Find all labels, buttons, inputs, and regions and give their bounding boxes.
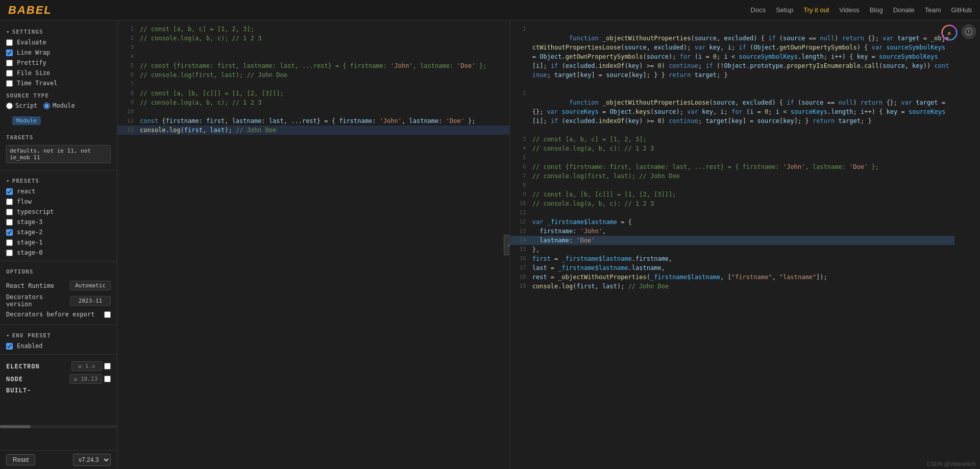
env-enabled-checkbox[interactable] — [6, 343, 13, 350]
nav-docs[interactable]: Docs — [751, 6, 766, 14]
timetravel-checkbox[interactable] — [6, 80, 13, 87]
input-line-7: 7 — [117, 80, 509, 89]
settings-arrow: ▾ — [6, 29, 10, 35]
electron-checkbox[interactable] — [104, 363, 111, 369]
version-select[interactable]: v7.24.3 — [73, 454, 111, 466]
input-panel: 1 // const [a, b, c] = [1, 2, 3]; 2 // c… — [117, 20, 510, 469]
react-runtime-row: React Runtime Automatic — [6, 279, 111, 292]
nav-videos[interactable]: Videos — [839, 6, 860, 14]
filesize-label[interactable]: File Size — [17, 69, 50, 77]
linewrap-item: Line Wrap — [0, 47, 117, 58]
reset-button[interactable]: Reset — [6, 454, 35, 465]
filesize-checkbox[interactable] — [6, 70, 13, 77]
electron-label: ELECTRON — [6, 363, 40, 370]
sidebar: ▾ SETTINGS Evaluate Line Wrap Prettify F… — [0, 20, 117, 469]
svg-rect-4 — [968, 30, 969, 32]
nav-donate[interactable]: Donate — [893, 6, 915, 14]
output-line-19: 19 console.log(first, last); // John Doe — [510, 282, 954, 291]
output-line-7: 7 // console.log(first, last); // John D… — [510, 171, 954, 181]
preset-stage0: stage-0 — [0, 248, 117, 258]
source-type-module: Module — [43, 102, 75, 109]
module-radio[interactable] — [43, 103, 50, 109]
stage1-checkbox[interactable] — [6, 239, 13, 246]
output-line-14: 14 lastname: 'Doe' — [510, 236, 954, 245]
env-enabled-item: Enabled — [0, 341, 117, 351]
nav-try[interactable]: Try it out — [803, 6, 829, 14]
source-type-options: Script Module — [6, 102, 111, 109]
evaluate-checkbox[interactable] — [6, 39, 13, 46]
targets-section: defaults, not ie 11, not ie_mob 11 — [0, 143, 117, 167]
flow-checkbox[interactable] — [6, 199, 13, 205]
output-panel: 1 function _objectWithoutProperties(sour… — [510, 20, 980, 469]
react-runtime-value: Automatic — [70, 281, 111, 290]
output-line-12: 12 var _firstname$lastname = { — [510, 217, 954, 227]
decorators-before-checkbox[interactable] — [104, 311, 111, 318]
output-code-area[interactable]: 1 function _objectWithoutProperties(sour… — [510, 20, 980, 469]
nav-github[interactable]: GitHub — [951, 6, 972, 14]
built-label: BUILT- — [6, 387, 31, 394]
prettify-label[interactable]: Prettify — [17, 59, 46, 66]
output-line-6: 6 // const {firstname: first, lastname: … — [510, 162, 954, 171]
output-line-9: 9 // const [a, [b, [c]]] = [1, [2, [3]]]… — [510, 190, 954, 199]
electron-row: ELECTRON ≥ 1.x — [6, 360, 111, 373]
prettify-checkbox[interactable] — [6, 60, 13, 66]
options-section: React Runtime Automatic Decorators versi… — [0, 277, 117, 322]
collapse-button[interactable]: ‹ — [504, 235, 510, 255]
node-checkbox[interactable] — [104, 376, 111, 382]
evaluate-label[interactable]: Evaluate — [17, 39, 46, 46]
stage2-checkbox[interactable] — [6, 229, 13, 236]
prettify-item: Prettify — [0, 58, 117, 68]
output-line-13: 13 firstname: 'John', — [510, 227, 954, 236]
input-line-8: 8 // const [a, [b, [c]]] = [1, [2, [3]]]… — [117, 89, 509, 98]
timetravel-label[interactable]: Time Travel — [17, 80, 57, 87]
decorators-version-row: Decorators version 2023-11 — [6, 292, 111, 309]
options-title: OPTIONS — [0, 264, 117, 277]
input-code-area[interactable]: 1 // const [a, b, c] = [1, 2, 3]; 2 // c… — [117, 20, 509, 469]
targets-input[interactable]: defaults, not ie 11, not ie_mob 11 — [6, 145, 111, 163]
env-arrow: ▾ — [6, 332, 10, 339]
presets-arrow: ▾ — [6, 178, 10, 184]
nav-setup[interactable]: Setup — [776, 6, 793, 14]
source-type-section: Source Type Script Module — [0, 88, 117, 113]
output-line-1: 1 function _objectWithoutProperties(sour… — [510, 24, 954, 89]
electron-node-section: ELECTRON ≥ 1.x NODE ≥ 10.13 BUILT- — [0, 358, 117, 398]
node-value: ≥ 10.13 — [69, 374, 102, 384]
output-line-17: 17 last = _firstname$lastname.lastname, — [510, 263, 954, 273]
targets-title: TARGETS — [0, 130, 117, 143]
source-type-label: Source Type — [6, 92, 111, 99]
decorators-before-label: Decorators before export — [6, 311, 94, 318]
nav-blog[interactable]: Blog — [870, 6, 883, 14]
bottom-controls: Reset v7.24.3 — [0, 450, 117, 469]
input-line-1: 1 // const [a, b, c] = [1, 2, 3]; — [117, 24, 509, 34]
source-type-script: Script — [6, 102, 37, 109]
feedback-icon[interactable] — [962, 24, 976, 39]
stage0-checkbox[interactable] — [6, 250, 13, 256]
output-line-18: 18 rest = _objectWithoutProperties(_firs… — [510, 273, 954, 282]
sidebar-scrollbar — [0, 425, 117, 428]
env-preset-title: ▾ ENV PRESET — [0, 328, 117, 341]
linewrap-label[interactable]: Line Wrap — [17, 49, 50, 56]
linewrap-checkbox[interactable] — [6, 50, 13, 56]
preset-stage2: stage-2 — [0, 227, 117, 237]
svg-point-3 — [968, 33, 969, 34]
nav-team[interactable]: Team — [925, 6, 941, 14]
output-line-15: 15 }, — [510, 245, 954, 254]
input-line-3: 3 — [117, 43, 509, 52]
preset-react: react — [0, 186, 117, 196]
node-row: NODE ≥ 10.13 — [6, 373, 111, 385]
decorators-version-value: 2023-11 — [70, 296, 111, 306]
babel-spin-logo: B — [941, 24, 958, 41]
input-line-6: 6 // console.log(first, last); // John D… — [117, 70, 509, 80]
electron-value: ≥ 1.x — [71, 361, 102, 371]
filesize-item: File Size — [0, 68, 117, 78]
typescript-checkbox[interactable] — [6, 209, 13, 215]
script-radio[interactable] — [6, 103, 13, 109]
topnav: BABEL Docs Setup Try it out Videos Blog … — [0, 0, 980, 20]
output-line-4: 4 // console.log(a, b, c): // 1 2 3 — [510, 144, 954, 153]
preset-typescript: typescript — [0, 207, 117, 217]
react-checkbox[interactable] — [6, 188, 13, 195]
input-line-9: 9 // console.log(a, b, c); // 1 2 3 — [117, 98, 509, 107]
stage3-checkbox[interactable] — [6, 219, 13, 226]
preset-stage3: stage-3 — [0, 217, 117, 227]
built-row: BUILT- — [6, 385, 111, 396]
